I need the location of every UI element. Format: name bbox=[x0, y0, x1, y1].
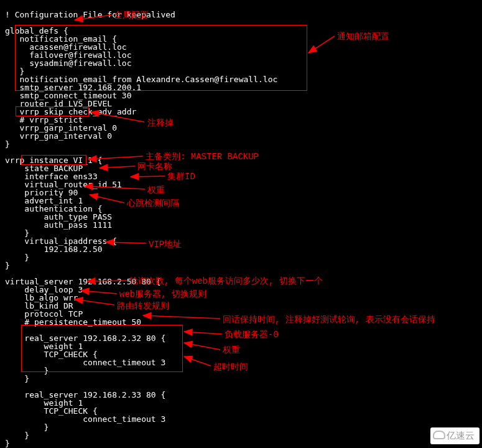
ann-comment-out: 注释掉 bbox=[147, 118, 174, 129]
ann-session-keep: 回话保持时间, 注释掉好测试轮询, 表示没有会话保持 bbox=[223, 314, 435, 325]
box-state-backup bbox=[21, 155, 86, 165]
box-notification-email bbox=[15, 25, 307, 91]
logo-watermark: 亿速云 bbox=[430, 427, 480, 444]
ann-global-config: 全局配置 bbox=[114, 10, 149, 21]
box-vrrp-strict bbox=[16, 106, 89, 116]
ann-cluster-id: 集群ID bbox=[167, 171, 195, 182]
ann-poll-count: 轮询次数, 每个web服务访问多少次, 切换下一个 bbox=[129, 276, 323, 287]
svg-line-1 bbox=[308, 36, 335, 53]
ann-vip-addr: VIP地址 bbox=[149, 239, 182, 250]
ann-heartbeat: 心跳检测间隔 bbox=[127, 198, 179, 209]
ann-web-switch: web服务器, 切换规则 bbox=[119, 289, 206, 300]
ann-weight2: 权重 bbox=[223, 345, 240, 356]
ann-mail-config: 通知邮箱配置 bbox=[337, 31, 389, 42]
box-real-server bbox=[21, 325, 183, 372]
ann-timeout: 超时时间 bbox=[213, 362, 248, 373]
ann-load-server0: 负载服务器-0 bbox=[225, 329, 279, 340]
ann-route-rule: 路由转发规则 bbox=[117, 301, 169, 312]
ann-weight: 权重 bbox=[147, 185, 165, 196]
